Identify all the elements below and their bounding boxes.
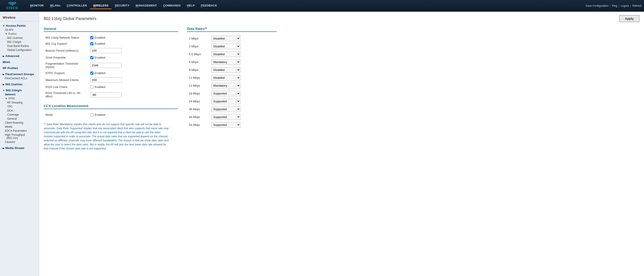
sidebar-item-dual-band-radios[interactable]: Dual-Band Radios: [0, 44, 39, 48]
top-right-links: Save Configuration | Ping | Logout | Ref…: [586, 4, 642, 8]
ccx-mode-value: Enabled: [94, 113, 105, 116]
ping-link[interactable]: Ping: [612, 4, 617, 8]
beacon-period-input[interactable]: [90, 48, 122, 53]
field-fragmentation-threshold-label: Fragmentation Threshold (bytes): [44, 61, 88, 70]
expand-icon-media-stream: ▶: [3, 147, 4, 150]
rate-label-6mbps: 6 Mbps: [187, 58, 210, 66]
sidebar-item-high-throughput[interactable]: High Throughput (802.11n): [0, 133, 39, 140]
expand-icon-80211a: ▶: [3, 83, 4, 86]
sidebar-section-flexconnect[interactable]: ▶FlexConnect Groups: [0, 71, 39, 76]
rate-select-9mbps[interactable]: DisabledMandatorySupported: [211, 67, 240, 73]
rate-select-24mbps[interactable]: DisabledMandatorySupported: [211, 98, 240, 104]
rate-select-12mbps[interactable]: DisabledMandatorySupported: [211, 83, 240, 88]
sidebar-section-mesh[interactable]: Mesh: [0, 59, 39, 64]
nav-management[interactable]: MANAGEMENT: [132, 3, 160, 9]
sidebar-section-media-stream[interactable]: ▶Media Stream: [0, 145, 39, 150]
logout-link[interactable]: Logout: [621, 4, 629, 8]
80211g-support-checkbox[interactable]: [90, 42, 94, 45]
sidebar-item-rf-grouping[interactable]: RF Grouping: [0, 100, 39, 105]
logo-area: CISCO: [2, 2, 22, 10]
sidebar-item-all-aps[interactable]: All APs: [0, 28, 39, 32]
sidebar-item-flexconnect-acls[interactable]: FlexConnect ACLs: [0, 76, 39, 80]
sidebar-item-dca[interactable]: DCA: [0, 109, 39, 113]
sidebar-group-media-stream: ▶Media Stream: [0, 145, 39, 150]
sidebar-section-access-points[interactable]: ▼Access Points: [0, 23, 39, 28]
dtpc-support-checkbox[interactable]: [90, 72, 94, 75]
nav-menu: MONITOR WLANs CONTROLLER WIRELESS SECURI…: [27, 3, 586, 9]
field-beacon-period-label: Beacon Period (millisecs): [44, 47, 88, 55]
sidebar-section-rf-profiles[interactable]: RF Profiles: [0, 65, 39, 70]
rate-select-55mbps[interactable]: DisabledMandatorySupported: [211, 51, 240, 57]
field-beacon-period: Beacon Period (millisecs): [44, 47, 178, 55]
rate-select-18mbps[interactable]: DisabledMandatorySupported: [211, 91, 240, 96]
rate-select-11mbps[interactable]: DisabledMandatorySupported: [211, 75, 240, 81]
field-rssi-threshold-label: RSSI Threshold (-60 to -90 dBm): [44, 90, 88, 99]
rate-select-36mbps[interactable]: DisabledMandatorySupported: [211, 106, 240, 112]
nav-wlans[interactable]: WLANs: [47, 3, 64, 9]
fragmentation-threshold-input[interactable]: [90, 63, 122, 68]
sidebar-item-network[interactable]: Network: [0, 92, 39, 96]
sidebar-item-cleanair[interactable]: CleanAir: [0, 140, 39, 144]
short-preamble-checkbox[interactable]: [90, 56, 94, 59]
main-content: 802.11b/g Global Parameters Apply Genera…: [39, 12, 644, 276]
sidebar-main-title: Wireless: [0, 14, 39, 21]
nav-wireless[interactable]: WIRELESS: [90, 3, 112, 9]
cisco-text: CISCO: [6, 6, 18, 10]
ccx-mode-checkbox[interactable]: [90, 113, 94, 116]
refresh-link[interactable]: Refresh: [632, 4, 642, 8]
sidebar-item-global-configuration[interactable]: Global Configuration: [0, 48, 39, 52]
max-clients-input[interactable]: [90, 77, 122, 83]
sidebar-group-advanced: ▶Advanced: [0, 53, 39, 58]
sidebar-item-coverage[interactable]: Coverage: [0, 113, 39, 117]
rate-select-6mbps[interactable]: DisabledMandatorySupported: [211, 59, 240, 65]
data-rates-table: 1 Mbps DisabledMandatorySupported 2 Mbps…: [187, 35, 277, 129]
nav-monitor[interactable]: MONITOR: [27, 3, 47, 9]
sidebar-group-access-points: ▼Access Points All APs ▼ Radios 802.11a/…: [0, 23, 39, 52]
cisco-logo: CISCO: [6, 2, 18, 10]
rate-select-54mbps[interactable]: DisabledMandatorySupported: [211, 122, 240, 128]
rate-label-36mbps: 36 Mbps: [187, 105, 210, 113]
rate-label-18mbps: 18 Mbps: [187, 89, 210, 97]
field-rssi-low-check-control: Enabled: [90, 85, 176, 89]
nav-feedback[interactable]: FEEDBACK: [198, 3, 220, 9]
sidebar-item-client-roaming[interactable]: Client Roaming: [0, 121, 39, 125]
expand-icon-80211b: ▼: [3, 89, 5, 92]
rate-label-2mbps: 2 Mbps: [187, 42, 210, 50]
expand-icon-flexconnect: ▶: [3, 73, 4, 76]
page-title: 802.11b/g Global Parameters: [44, 16, 96, 21]
rate-row-6mbps: 6 Mbps DisabledMandatorySupported: [187, 58, 277, 66]
nav-help[interactable]: HELP: [184, 3, 198, 9]
apply-button[interactable]: Apply: [619, 15, 640, 22]
field-network-status: 802.11b/g Network Status Enabled: [44, 35, 178, 41]
sidebar-section-80211b[interactable]: ▼802.11b/g/n: [0, 87, 39, 92]
rate-select-48mbps[interactable]: DisabledMandatorySupported: [211, 114, 240, 120]
field-short-preamble-control: Enabled: [90, 56, 176, 59]
sidebar-section-80211a[interactable]: ▶802.11a/n/ac: [0, 81, 39, 86]
rate-row-2mbps: 2 Mbps DisabledMandatorySupported: [187, 42, 277, 50]
sidebar-item-80211a-n-ac-radio[interactable]: 802.11a/n/ac: [0, 36, 39, 40]
sidebar-item-media[interactable]: Media: [0, 125, 39, 129]
expand-icon-advanced: ▶: [3, 55, 4, 57]
rate-label-24mbps: 24 Mbps: [187, 97, 210, 105]
rate-select-1mbps[interactable]: DisabledMandatorySupported: [211, 36, 240, 41]
field-dtpc-support: DTPC Support. Enabled: [44, 70, 178, 76]
field-80211g-support-control: Enabled: [90, 42, 176, 45]
rssi-threshold-input[interactable]: [90, 92, 122, 97]
nav-controller[interactable]: CONTROLLER: [64, 3, 90, 9]
field-fragmentation-threshold: Fragmentation Threshold (bytes): [44, 61, 178, 70]
network-status-checkbox[interactable]: [90, 36, 94, 39]
sidebar-item-tpc[interactable]: TPC: [0, 105, 39, 109]
data-rates-note: ** Data Rate 'Mandatory' implies that cl…: [44, 122, 169, 151]
sidebar-item-80211b-g-n-radio[interactable]: 802.11b/g/n: [0, 40, 39, 44]
sidebar-section-advanced[interactable]: ▶Advanced: [0, 53, 39, 58]
save-configuration-link[interactable]: Save Configuration: [586, 4, 608, 8]
rssi-low-check-checkbox[interactable]: [90, 85, 94, 89]
field-short-preamble-label: Short Preamble: [44, 55, 88, 61]
sidebar-item-edca-parameters[interactable]: EDCA Parameters: [0, 129, 39, 133]
bar3: [12, 2, 13, 6]
rate-select-2mbps[interactable]: DisabledMandatorySupported: [211, 44, 240, 49]
nav-commands[interactable]: COMMANDS: [160, 3, 184, 9]
nav-security[interactable]: SECURITY: [112, 3, 133, 9]
bar5: [15, 2, 16, 4]
sidebar-item-general[interactable]: General: [0, 117, 39, 121]
